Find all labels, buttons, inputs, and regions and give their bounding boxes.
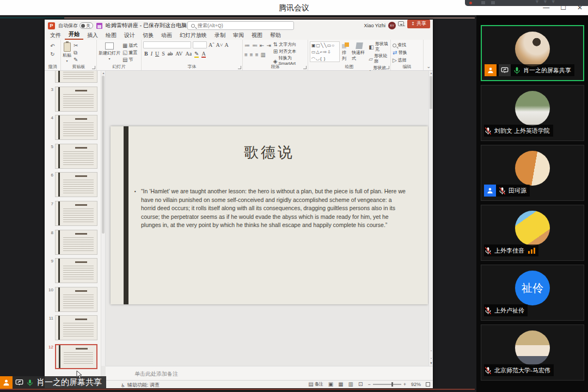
slide-thumbnail-6[interactable] [55,172,97,197]
slide-bullet-text[interactable]: “In ‘Hamlet’ we are taught another lesso… [134,187,407,230]
char-spacing-icon[interactable]: AV [175,51,182,57]
scrollbar-thumb[interactable] [102,76,105,234]
slide-thumbnail-11[interactable] [55,315,97,340]
tab-录制[interactable]: 录制 [211,32,229,40]
italic-button[interactable]: I [151,51,152,57]
participant-tile[interactable]: 祉伶 上外卢祉伶 [481,265,584,321]
scroll-up-icon[interactable]: ▲ [429,71,433,75]
save-icon[interactable] [96,23,102,29]
align-text-button[interactable]: ⊞对齐文本 [273,48,306,54]
participant-tile[interactable]: 肖一之的屏幕共享 [481,25,584,81]
slide-thumbnail-10[interactable] [55,287,97,312]
accessibility-status[interactable]: 辅助功能: 调查 [127,382,160,389]
slide-thumbnail-9[interactable] [55,258,97,283]
comments-icon[interactable] [398,21,404,26]
cut-icon[interactable]: ✂ [74,42,78,48]
tab-幻灯片放映[interactable]: 幻灯片放映 [176,32,211,40]
notes-pane[interactable]: 单击此处添加备注 [106,366,433,380]
tab-切换[interactable]: 切换 [139,32,157,40]
find-button[interactable]: 查找 [393,42,421,48]
zoom-out-icon[interactable]: − [367,382,370,387]
shape-outline-button[interactable]: ▱形状轮廓 [369,53,389,64]
zoom-slider[interactable]: − + [367,382,406,387]
shapes-gallery[interactable]: ▣▢╲╲▭○▭△⌐⇨⇩◠◡{ } [310,41,340,62]
font-color-icon[interactable]: A [201,51,205,58]
new-slide-button[interactable]: 新建幻灯片 ▾ [99,41,120,63]
tab-文件[interactable]: 文件 [46,32,65,40]
slide[interactable]: 歌德说 “In ‘Hamlet’ we are taught another l… [111,126,428,304]
dialog-launcher-icon[interactable] [303,66,307,69]
select-button[interactable]: ▷选择 [393,57,421,63]
tab-视图[interactable]: 视图 [248,32,266,40]
clear-format-icon[interactable]: A [224,42,228,48]
align-right-icon[interactable]: ≡ [255,52,259,58]
next-slide-button[interactable]: ⌄ [430,356,432,359]
participant-tile[interactable]: 北京师范大学-马宏伟 [481,324,584,381]
document-title[interactable]: 哈姆雷特讲座 - 已保存到这台电脑 [106,22,187,29]
share-button[interactable]: ↥共享 [407,20,430,28]
slide-thumbnail-3[interactable] [55,87,97,112]
layout-button[interactable]: ▦版式 [122,42,137,48]
zoom-level[interactable]: 92% [411,382,421,387]
dialog-launcher-icon[interactable] [386,66,389,69]
notes-button[interactable]: ▤备注 [308,382,323,387]
indent-decrease-icon[interactable]: ⇤ [260,42,264,48]
zoom-thumb[interactable] [391,382,393,387]
slide-thumbnail-4[interactable] [55,115,97,140]
slide-thumbnail-12[interactable] [55,344,97,369]
slide-thumbnail-8[interactable] [55,230,97,255]
reading-view-icon[interactable]: ▥ [348,381,353,387]
numbering-icon[interactable]: ≕ [252,42,258,48]
scroll-up-icon[interactable]: ▲ [101,71,106,75]
highlight-color-icon[interactable]: ✎ [194,51,199,58]
slideshow-icon[interactable]: ⊡ [358,381,363,387]
redo-icon[interactable]: ↻ [50,51,54,57]
thumbnail-scrollbar[interactable]: ▲ [101,71,106,366]
shadow-button[interactable]: S [162,51,165,57]
normal-view-icon[interactable]: ▣ [328,381,333,387]
collapsed-meeting-toolbar[interactable]: ▼▼▼ [465,0,588,6]
columns-icon[interactable]: ▥ [261,52,266,58]
shape-fill-button[interactable]: ◧形状填充 [369,41,389,52]
shrink-font-icon[interactable]: A˅ [216,42,223,48]
paste-button[interactable]: 粘贴 ▾ [63,41,71,63]
bold-button[interactable]: B [144,51,148,57]
dialog-launcher-icon[interactable] [92,66,95,69]
slide-title[interactable]: 歌德说 [111,143,428,162]
tab-帮助[interactable]: 帮助 [266,32,285,40]
indent-increase-icon[interactable]: ⇥ [266,42,271,48]
participant-tile[interactable]: 刘韵文 上外英语学院 [481,85,584,141]
align-left-icon[interactable]: ≡ [244,52,248,58]
slide-thumbnail-2[interactable] [55,71,97,83]
slide-sorter-icon[interactable]: ▦ [338,381,343,387]
participant-tile[interactable]: 田珂源 [481,145,584,201]
tab-插入[interactable]: 插入 [83,32,102,40]
fit-to-window-icon[interactable] [426,382,430,387]
participant-tile[interactable]: 上外李佳音 [481,205,584,261]
underline-button[interactable]: U [155,51,159,57]
section-button[interactable]: ▤节 [122,57,137,63]
text-direction-button[interactable]: ⇅文字方向 [273,41,306,47]
slide-thumbnail-7[interactable] [55,201,97,226]
autosave-toggle[interactable]: 自动保存 关 [58,22,93,29]
search-input[interactable]: 搜索(Alt+Q) [187,21,294,30]
slide-thumbnail-5[interactable] [55,144,97,169]
tab-设计[interactable]: 设计 [120,32,139,40]
canvas-scrollbar[interactable]: ▲ ⌃ ⌄ ▼ [428,71,433,366]
reset-button[interactable]: ◱重置 [122,50,137,56]
previous-slide-button[interactable]: ⌃ [430,350,432,353]
replace-button[interactable]: ⇄替换 [393,50,421,56]
zoom-in-icon[interactable]: + [403,382,406,387]
bullets-icon[interactable]: ≔ [244,42,250,48]
font-name-select[interactable] [143,41,191,48]
tab-动画[interactable]: 动画 [157,32,176,40]
tab-审阅[interactable]: 审阅 [229,32,248,40]
dialog-launcher-icon[interactable] [238,66,241,69]
account-area[interactable]: Xiao Yizhi XY [364,22,396,29]
scroll-down-icon[interactable]: ▼ [430,362,433,365]
strikethrough-button[interactable]: ab [168,51,173,57]
change-case-icon[interactable]: Aa [185,51,192,57]
align-center-icon[interactable]: ≡ [250,52,253,58]
font-size-select[interactable] [193,41,207,48]
grow-font-icon[interactable]: Aˆ [209,42,215,48]
